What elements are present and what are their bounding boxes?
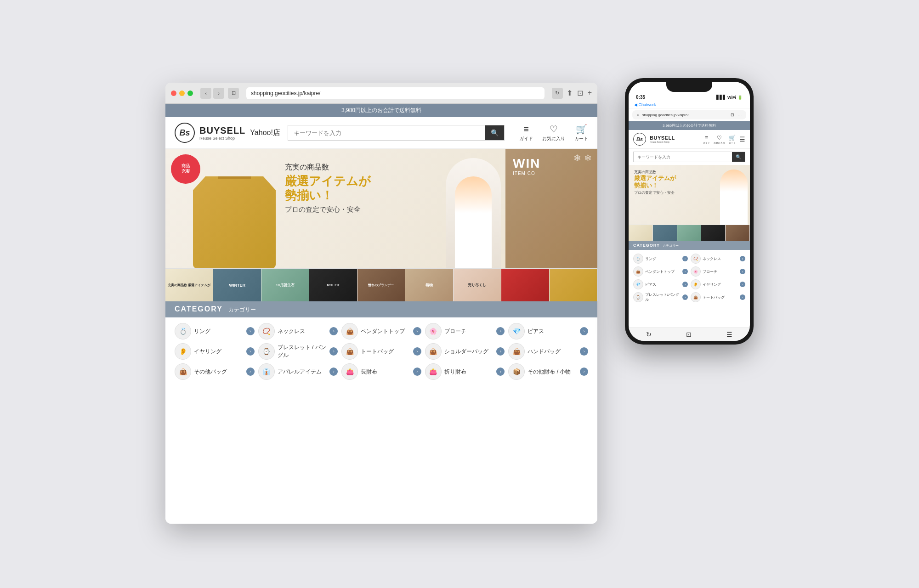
phone-hero: 充実の商品数 厳選アイテムが 勢揃い！ プロの査定で安心・安全 [629, 165, 750, 225]
back-button[interactable]: ‹ [200, 88, 211, 99]
category-icon: 💎 [508, 323, 525, 339]
thumb-item-7[interactable]: 売り尽くし [454, 269, 501, 301]
category-icon: 💍 [175, 323, 191, 339]
refresh-button[interactable]: ↻ [552, 88, 563, 99]
browser-body: 3,980円以上のお会計で送料無料 Bs BUYSELL Reuse Selec… [165, 104, 597, 524]
favorites-icon: ♡ [550, 124, 558, 135]
phone-category-item[interactable]: 💎 ピアス › [633, 279, 688, 289]
phone-category-item[interactable]: 🌸 ブローチ › [691, 266, 745, 277]
phone-thumb-1[interactable] [629, 225, 653, 241]
search-input[interactable] [288, 126, 485, 140]
phone-category-item[interactable]: ⌚ ブレスレット/バングル › [633, 292, 688, 302]
phone-address-bar[interactable]: ○ shopping.geocities.jp/kaipre/ ⊡ ··· [632, 110, 746, 119]
category-item[interactable]: 👛 長財布 › [341, 363, 421, 380]
phone-category-item[interactable]: 👂 イヤリング › [691, 279, 745, 289]
phone-cat-name: ネックレス [703, 256, 738, 261]
phone-screen: 0:35 ▋▋▋ WiFi 🔋 ◀ Chatwork ○ shopping.ge… [629, 82, 750, 341]
phone-category-item[interactable]: 👜 ペンダントトップ › [633, 266, 688, 277]
address-bar[interactable]: shopping.geocities.jp/kaipre/ [246, 87, 545, 99]
category-item[interactable]: 💍 リング › [175, 323, 255, 339]
cart-icon-item[interactable]: 🛒 カート [574, 124, 588, 142]
category-item[interactable]: 👂 イヤリング › [175, 343, 255, 360]
phone-thumb-5[interactable] [726, 225, 750, 241]
category-item[interactable]: 👜 ハンドバッグ › [508, 343, 588, 360]
minimize-button[interactable] [179, 90, 185, 96]
top-banner: 3,980円以上のお会計で送料無料 [165, 104, 597, 117]
phone-refresh-icon[interactable]: ↻ [646, 331, 652, 338]
phone-guide-icon-item[interactable]: ≡ ガイド [703, 135, 710, 144]
phone-tab-toolbar-icon[interactable]: ⊡ [686, 331, 692, 338]
phone-search-input[interactable] [634, 153, 732, 162]
category-name: ネックレス [278, 328, 327, 335]
thumb-item-5[interactable]: 憧れのブランデー [357, 269, 405, 301]
phone-cat-name: イヤリング [703, 282, 738, 287]
favorites-icon-item[interactable]: ♡ お気に入り [542, 124, 565, 142]
phone-thumb-4[interactable] [701, 225, 726, 241]
bookmark-icon[interactable]: ⊡ [577, 89, 583, 97]
category-item[interactable]: 👜 トートバッグ › [341, 343, 421, 360]
yahoo-store-label: Yahoo!店 [250, 128, 280, 138]
thumb-item-2[interactable]: WINTER [213, 269, 261, 301]
phone-menu-icon[interactable]: ☰ [739, 136, 745, 143]
category-icon: 📿 [258, 323, 275, 339]
guide-icon-item[interactable]: ≡ ガイド [519, 124, 533, 142]
phone-back-bar[interactable]: ◀ Chatwork [629, 102, 750, 108]
phone-search-box[interactable]: 🔍 [633, 152, 745, 162]
category-item[interactable]: 👜 ペンダントトップ › [341, 323, 421, 339]
header-icons: ≡ ガイド ♡ お気に入り 🛒 カート [519, 124, 588, 142]
phone-menu-toolbar-icon[interactable]: ☰ [726, 331, 732, 338]
signal-icon: ▋▋▋ [716, 95, 726, 100]
category-arrow: › [496, 368, 505, 376]
share-icon[interactable]: ⬆ [567, 89, 573, 97]
guide-label: ガイド [519, 136, 533, 142]
phone-cat-icon: 👂 [691, 279, 701, 289]
thumb-item-8[interactable] [501, 269, 549, 301]
category-icon: 👜 [341, 323, 358, 339]
category-item[interactable]: 👜 ショルダーバッグ › [425, 343, 505, 360]
category-item[interactable]: ⌚ ブレスレット / バングル › [258, 343, 338, 360]
phone-tab-icon[interactable]: ⊡ [731, 113, 734, 117]
category-item[interactable]: 👜 その他バッグ › [175, 363, 255, 380]
brand-sub: Reuse Select Shop [199, 136, 245, 141]
phone-hero-person [720, 170, 748, 225]
category-item[interactable]: 👛 折り財布 › [425, 363, 505, 380]
hero-main-text: 厳選アイテムが 勢揃い！ [285, 174, 371, 203]
thumb-item-1[interactable]: 充実の商品数 厳選アイテムが [165, 269, 213, 301]
phone-category-item[interactable]: 💍 リング › [633, 254, 688, 264]
category-item[interactable]: 📿 ネックレス › [258, 323, 338, 339]
thumb-item-3[interactable]: 10月誕生石 [261, 269, 309, 301]
phone-cat-icon: 💎 [633, 279, 643, 289]
category-section: CATEGORY カテゴリー 💍 リング › 📿 ネックレス › 👜 ペンダント… [165, 301, 597, 524]
category-item[interactable]: 📦 その他財布 / 小物 › [508, 363, 588, 380]
maximize-button[interactable] [187, 90, 193, 96]
phone-header-icons: ≡ ガイド ♡ お気に入り 🛒 カート ☰ [703, 135, 745, 144]
phone-search-button[interactable]: 🔍 [732, 152, 745, 162]
close-button[interactable] [171, 90, 176, 96]
hero-main: 商品 充実 充実の商品数 厳選アイテムが 勢揃い！ プロの査定で安心・安全 [165, 149, 505, 268]
search-box[interactable]: 🔍 [288, 125, 505, 141]
tab-view-button[interactable]: ⊡ [228, 88, 239, 99]
phone-favorites-icon-item[interactable]: ♡ お気に入り [714, 135, 725, 144]
category-name: 折り財布 [444, 368, 494, 376]
phone-cat-icon: 📿 [691, 254, 701, 264]
phone-thumb-3[interactable] [677, 225, 702, 241]
forward-button[interactable]: › [213, 88, 224, 99]
category-item[interactable]: 👔 アパレルアイテム › [258, 363, 338, 380]
thumb-item-4[interactable]: ROLEX [309, 269, 357, 301]
search-button[interactable]: 🔍 [485, 125, 504, 140]
category-name: ブローチ [444, 328, 494, 335]
thumb-item-9[interactable] [550, 269, 597, 301]
browser-chrome: ‹ › ⊡ shopping.geocities.jp/kaipre/ ↻ ⬆ … [165, 83, 597, 104]
category-item[interactable]: 🌸 ブローチ › [425, 323, 505, 339]
phone-thumb-2[interactable] [653, 225, 677, 241]
phone-category-item[interactable]: 👜 トートバッグ › [691, 292, 745, 302]
category-arrow: › [496, 347, 505, 356]
phone-more-icon[interactable]: ··· [738, 113, 742, 117]
phone-brand-sub: Reuse Select Shop [650, 141, 675, 143]
new-tab-icon[interactable]: + [588, 89, 592, 97]
phone-cart-icon-item[interactable]: 🛒 カート [729, 135, 736, 144]
phone-hero-desc: プロの査定で安心・安全 [634, 190, 676, 195]
phone-category-item[interactable]: 📿 ネックレス › [691, 254, 745, 264]
thumb-item-6[interactable]: 着物 [405, 269, 453, 301]
category-item[interactable]: 💎 ピアス › [508, 323, 588, 339]
